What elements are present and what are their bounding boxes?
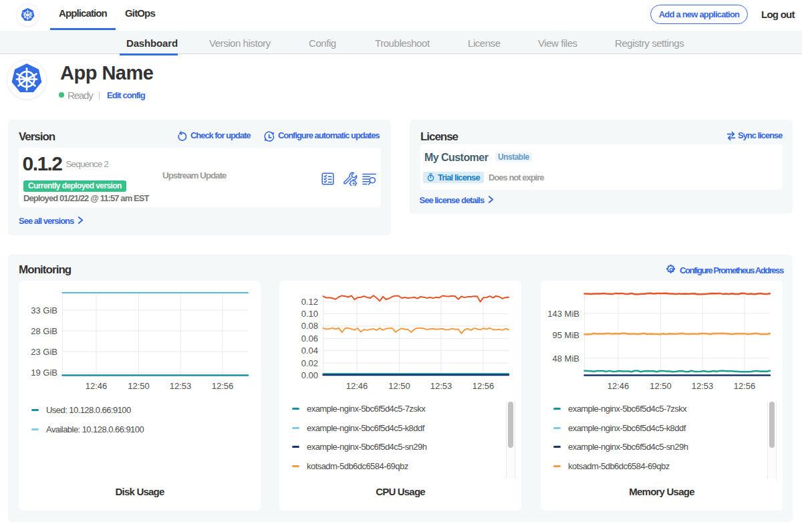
svg-text:12:50: 12:50 (388, 381, 410, 391)
svg-text:12:53: 12:53 (430, 381, 452, 391)
svg-text:33 GiB: 33 GiB (31, 305, 57, 315)
svg-text:28 GiB: 28 GiB (31, 326, 57, 336)
svg-text:12:50: 12:50 (128, 381, 150, 391)
svg-text:12:56: 12:56 (734, 381, 756, 391)
svg-text:12:50: 12:50 (650, 381, 672, 391)
svg-text:0.00: 0.00 (301, 370, 318, 380)
svg-text:143 MiB: 143 MiB (547, 309, 579, 319)
svg-text:0.02: 0.02 (301, 358, 318, 368)
svg-text:19 GiB: 19 GiB (31, 368, 57, 378)
svg-text:0.10: 0.10 (301, 309, 318, 319)
svg-text:12:53: 12:53 (170, 381, 192, 391)
svg-text:48 MiB: 48 MiB (553, 354, 579, 364)
svg-text:12:53: 12:53 (692, 381, 714, 391)
svg-text:0.08: 0.08 (301, 321, 318, 331)
svg-text:12:56: 12:56 (473, 381, 495, 391)
svg-text:12:56: 12:56 (212, 381, 234, 391)
svg-text:12:46: 12:46 (346, 381, 368, 391)
svg-text:0.12: 0.12 (301, 297, 318, 307)
svg-text:12:46: 12:46 (86, 381, 108, 391)
svg-text:23 GiB: 23 GiB (31, 347, 57, 357)
svg-text:0.06: 0.06 (301, 334, 318, 344)
svg-text:12:46: 12:46 (608, 381, 630, 391)
svg-text:95 MiB: 95 MiB (553, 330, 579, 340)
svg-text:0.04: 0.04 (301, 346, 318, 356)
